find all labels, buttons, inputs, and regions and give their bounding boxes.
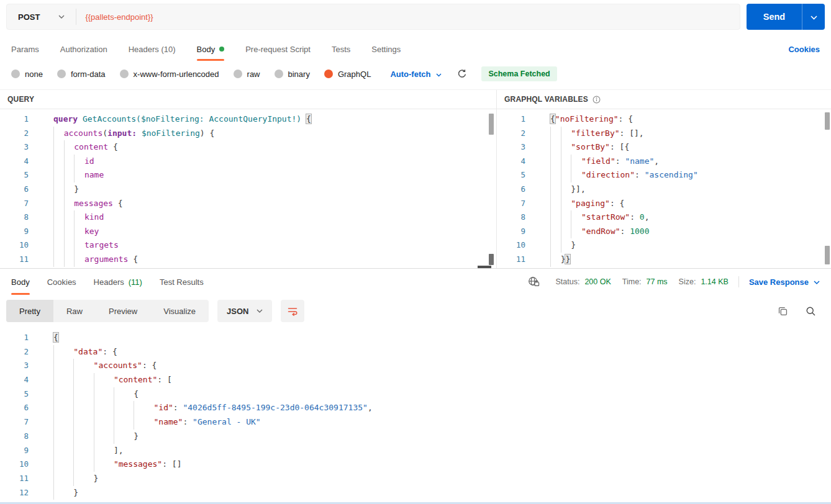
indent-guide (64, 168, 75, 182)
save-response-button[interactable]: Save Response (749, 277, 820, 287)
tab-settings[interactable]: Settings (371, 37, 401, 61)
search-icon[interactable] (806, 306, 816, 317)
tab-tests[interactable]: Tests (332, 37, 350, 61)
body-type-x-www-form-urlencoded[interactable]: x-www-form-urlencoded (120, 70, 219, 79)
indent-guide (73, 387, 93, 402)
indent-guide (53, 168, 64, 182)
horizontal-scrollbar-thumb[interactable] (478, 266, 491, 268)
indent-guide (561, 155, 571, 169)
view-pretty[interactable]: Pretty (6, 300, 53, 322)
indent-guide (94, 373, 114, 387)
indent-guide (561, 225, 571, 239)
indent-guide (74, 168, 84, 182)
wrap-text-icon (287, 306, 298, 316)
body-type-none[interactable]: none (11, 70, 43, 79)
code-line: 5"direction": "ascending" (497, 168, 831, 182)
indent-guide (550, 182, 561, 197)
view-visualize[interactable]: Visualize (150, 300, 209, 322)
indent-guide (53, 210, 64, 225)
status-value: 200 OK (584, 277, 611, 286)
indent-guide (64, 155, 75, 169)
indent-guide (571, 210, 581, 225)
indent-guide (561, 197, 571, 211)
indent-guide (561, 127, 571, 141)
indent-guide (53, 415, 73, 430)
indent-guide (53, 225, 64, 239)
body-type-raw[interactable]: raw (234, 70, 260, 79)
scrollbar-thumb[interactable] (825, 112, 830, 130)
tab-params[interactable]: Params (11, 37, 39, 61)
indent-guide (561, 140, 571, 155)
time-value: 77 ms (647, 277, 668, 286)
indent-guide (53, 457, 73, 472)
tab-pre-request-script[interactable]: Pre-request Script (245, 37, 311, 61)
indent-guide (550, 127, 561, 141)
tab-authorization[interactable]: Authorization (60, 37, 107, 61)
indent-guide (114, 415, 134, 430)
code-line: 8"startRow": 0, (497, 210, 831, 225)
status-label: Status: (555, 277, 579, 286)
variables-editor[interactable]: 1{"noFiltering": {2"filterBy": [],3"sort… (497, 109, 831, 268)
method-selector[interactable]: POST (7, 12, 76, 22)
code-line: 7"paging": { (497, 197, 831, 211)
indent-guide (53, 387, 73, 402)
cookies-link[interactable]: Cookies (788, 45, 820, 54)
code-line: 7messages { (0, 197, 496, 211)
indent-guide (53, 197, 64, 211)
scrollbar-thumb[interactable] (489, 114, 494, 135)
indent-guide (53, 444, 73, 458)
autofetch-dropdown[interactable]: Auto-fetch (390, 70, 442, 79)
send-button-group: Send (747, 4, 825, 30)
format-dropdown[interactable]: JSON (217, 300, 272, 322)
response-tab-cookies[interactable]: Cookies (47, 269, 76, 295)
indent-guide (571, 225, 581, 239)
code-line: 9"endRow": 1000 (497, 225, 831, 239)
query-title: QUERY (7, 95, 34, 104)
scrollbar-thumb[interactable] (489, 254, 494, 265)
url-input[interactable]: {{pallets-endpoint}} (76, 12, 740, 22)
variables-title: GRAPHQL VARIABLES (504, 95, 588, 104)
response-tab-test-results[interactable]: Test Results (160, 269, 204, 295)
indent-guide (74, 238, 84, 253)
send-options-button[interactable] (802, 4, 825, 30)
radio-icon (120, 70, 129, 78)
copy-icon[interactable] (778, 306, 788, 317)
wrap-text-button[interactable] (281, 300, 304, 322)
response-tab-body[interactable]: Body (11, 269, 30, 295)
indent-guide (74, 210, 84, 225)
query-editor[interactable]: 1query GetAccounts($noFiltering: Account… (0, 109, 496, 268)
response-tabs-row: Body Cookies Headers (11) Test Results S… (0, 269, 831, 295)
body-type-row: none form-data x-www-form-urlencoded raw… (0, 61, 831, 90)
indent-guide (53, 253, 64, 267)
view-raw[interactable]: Raw (53, 300, 96, 322)
body-type-form-data[interactable]: form-data (57, 70, 106, 79)
radio-icon (234, 70, 242, 78)
body-type-graphql[interactable]: GraphQL (324, 70, 371, 79)
indent-guide (94, 401, 114, 415)
send-button[interactable]: Send (747, 4, 802, 30)
scrollbar-thumb[interactable] (825, 246, 830, 264)
globe-lock-icon[interactable] (528, 276, 540, 287)
indent-guide (561, 238, 571, 253)
code-line: 2"data": { (0, 345, 831, 359)
code-line: 1{ (0, 331, 831, 345)
response-tab-headers[interactable]: Headers (11) (94, 269, 142, 295)
indent-guide (94, 430, 114, 444)
body-type-binary[interactable]: binary (275, 70, 310, 79)
indent-guide (73, 472, 93, 486)
refresh-icon[interactable] (457, 69, 467, 79)
code-line: 1{"noFiltering": { (497, 112, 831, 127)
indent-guide (550, 140, 561, 155)
indent-guide (73, 457, 93, 472)
indent-guide (73, 401, 93, 415)
code-line: 8kind (0, 210, 496, 225)
indent-guide (73, 430, 93, 444)
code-line: 1query GetAccounts($noFiltering: Account… (0, 112, 496, 127)
indent-guide (571, 168, 581, 182)
tab-headers[interactable]: Headers (10) (129, 37, 176, 61)
tab-body[interactable]: Body (197, 37, 225, 61)
code-line: 3"accounts": { (0, 359, 831, 373)
indent-guide (550, 225, 561, 239)
response-body-viewer[interactable]: 1{2"data": {3"accounts": {4"content": [5… (0, 326, 831, 503)
view-preview[interactable]: Preview (96, 300, 150, 322)
